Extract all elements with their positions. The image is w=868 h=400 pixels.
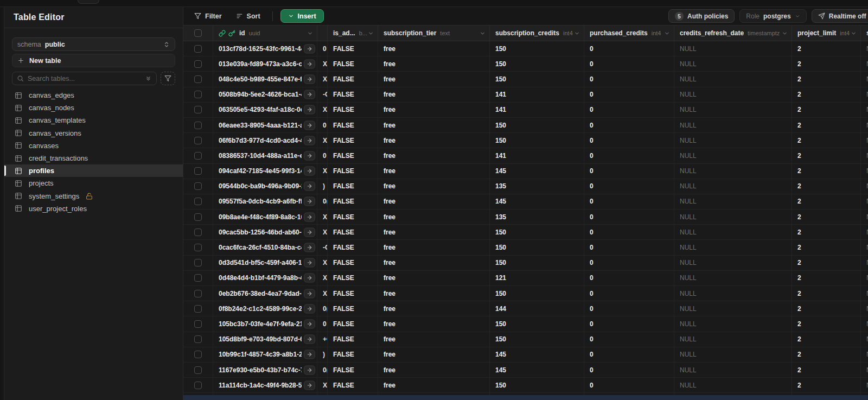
subscription-tier-cell[interactable]: free bbox=[378, 133, 490, 148]
row-checkbox[interactable] bbox=[194, 274, 202, 282]
overflow-cell[interactable]: NU bbox=[861, 103, 868, 117]
subscription-tier-cell[interactable]: free bbox=[378, 332, 490, 347]
credits-refresh-date-cell[interactable]: NULL bbox=[674, 256, 792, 270]
sidebar-table-item[interactable]: projects bbox=[4, 177, 183, 189]
column-menu-icon[interactable] bbox=[307, 30, 313, 36]
sidebar-table-item[interactable]: canvases bbox=[4, 139, 183, 152]
clipped-cell[interactable]: X bbox=[317, 56, 328, 71]
overflow-cell[interactable]: NU bbox=[861, 209, 868, 224]
project-limit-cell[interactable]: 2 bbox=[792, 148, 861, 163]
row-checkbox[interactable] bbox=[194, 91, 202, 98]
id-cell[interactable]: 09544b0c-ba9b-496a-9b09-244... bbox=[213, 179, 317, 194]
subscription-tier-cell[interactable]: free bbox=[378, 41, 490, 56]
purchased-credits-cell[interactable]: 0 bbox=[584, 179, 674, 194]
id-cell[interactable]: 013cf78d-1625-43fc-9961-442189... bbox=[213, 41, 317, 56]
sidebar-table-item[interactable]: canvas_templates bbox=[4, 114, 183, 126]
credits-refresh-date-cell[interactable]: NULL bbox=[674, 148, 792, 163]
overflow-cell[interactable]: NU bbox=[861, 164, 868, 179]
credits-refresh-date-cell[interactable]: NULL bbox=[674, 363, 792, 377]
is-admin-cell[interactable]: FALSE bbox=[328, 332, 378, 347]
project-limit-cell[interactable]: 2 bbox=[792, 286, 861, 301]
row-checkbox[interactable] bbox=[194, 244, 202, 251]
purchased-credits-cell[interactable]: 0 bbox=[584, 347, 674, 362]
is-admin-cell[interactable]: FALSE bbox=[328, 164, 378, 179]
clipped-cell[interactable]: X bbox=[317, 286, 328, 301]
row-checkbox[interactable] bbox=[194, 45, 202, 53]
id-cell[interactable]: 10b99c1f-4857-4c39-a8b1-263b8... bbox=[213, 347, 317, 362]
id-cell[interactable]: 048c4e50-b989-455e-847e-fb2f... bbox=[213, 72, 317, 86]
id-cell[interactable]: 09557f5a-0dcb-4cb9-a6fb-fff366... bbox=[213, 194, 317, 209]
collapse-all-icon[interactable] bbox=[145, 75, 152, 82]
credits-refresh-date-cell[interactable]: NULL bbox=[674, 133, 792, 148]
project-limit-cell[interactable]: 2 bbox=[792, 225, 861, 239]
subscription-tier-cell[interactable]: free bbox=[378, 240, 490, 255]
row-checkbox[interactable] bbox=[194, 152, 202, 160]
clipped-cell[interactable]: 0 bbox=[317, 41, 328, 56]
sidebar-table-item[interactable]: canvas_edges bbox=[4, 89, 183, 101]
expand-row-button[interactable] bbox=[304, 274, 315, 283]
purchased-credits-cell[interactable]: 0 bbox=[584, 56, 674, 71]
purchased-credits-cell[interactable]: 0 bbox=[584, 194, 674, 209]
overflow-cell[interactable]: NU bbox=[861, 316, 868, 331]
auth-policies-button[interactable]: 5 Auth policies bbox=[668, 9, 735, 23]
clipped-cell[interactable]: 0 bbox=[317, 316, 328, 331]
id-cell[interactable]: 0508b94b-5ee2-4626-bca1-4bca... bbox=[213, 87, 317, 102]
column-header-overflow[interactable]: su bbox=[861, 26, 868, 41]
column-header-is-admin[interactable]: is_ad... b... bbox=[328, 26, 378, 41]
expand-row-button[interactable] bbox=[304, 120, 315, 130]
role-selector-button[interactable]: Role postgres bbox=[739, 9, 806, 23]
is-admin-cell[interactable]: FALSE bbox=[328, 256, 378, 270]
purchased-credits-cell[interactable]: 0 bbox=[584, 286, 674, 301]
is-admin-cell[interactable]: FALSE bbox=[328, 194, 378, 209]
project-limit-cell[interactable]: 2 bbox=[792, 179, 861, 194]
subscription-credits-cell[interactable]: 135 bbox=[490, 179, 584, 194]
id-cell[interactable]: 0cac6fca-26cf-4510-84ba-c4580... bbox=[213, 240, 317, 255]
row-checkbox[interactable] bbox=[194, 75, 202, 83]
id-cell[interactable]: 06f6b7d3-977d-4cd0-acd4-4a78... bbox=[213, 133, 317, 148]
subscription-credits-cell[interactable]: 145 bbox=[490, 347, 584, 362]
expand-row-button[interactable] bbox=[304, 44, 315, 53]
row-checkbox[interactable] bbox=[194, 305, 202, 313]
purchased-credits-cell[interactable]: 0 bbox=[584, 148, 674, 163]
purchased-credits-cell[interactable]: 0 bbox=[584, 332, 674, 347]
credits-refresh-date-cell[interactable]: NULL bbox=[674, 225, 792, 239]
expand-row-button[interactable] bbox=[304, 365, 315, 374]
subscription-credits-cell[interactable]: 144 bbox=[490, 301, 584, 316]
clipped-cell[interactable]: 0 bbox=[317, 148, 328, 163]
sidebar-table-item[interactable]: user_project_roles bbox=[4, 202, 183, 215]
subscription-tier-cell[interactable]: free bbox=[378, 87, 490, 102]
subscription-credits-cell[interactable]: 135 bbox=[490, 209, 584, 224]
expand-row-button[interactable] bbox=[304, 227, 315, 237]
subscription-tier-cell[interactable]: free bbox=[378, 316, 490, 331]
subscription-credits-cell[interactable]: 145 bbox=[490, 164, 584, 179]
is-admin-cell[interactable]: FALSE bbox=[328, 179, 378, 194]
project-limit-cell[interactable]: 2 bbox=[792, 332, 861, 347]
is-admin-cell[interactable]: FALSE bbox=[328, 118, 378, 132]
credits-refresh-date-cell[interactable]: NULL bbox=[674, 316, 792, 331]
expand-row-button[interactable] bbox=[304, 289, 315, 298]
column-header-clipped[interactable] bbox=[317, 26, 328, 41]
purchased-credits-cell[interactable]: 0 bbox=[584, 316, 674, 331]
is-admin-cell[interactable]: FALSE bbox=[328, 301, 378, 316]
expand-row-button[interactable] bbox=[304, 258, 315, 268]
credits-refresh-date-cell[interactable]: NULL bbox=[674, 332, 792, 347]
project-limit-cell[interactable]: 2 bbox=[792, 103, 861, 117]
subscription-credits-cell[interactable]: 141 bbox=[490, 87, 584, 102]
clipped-cell[interactable]: X bbox=[317, 271, 328, 285]
credits-refresh-date-cell[interactable]: NULL bbox=[674, 72, 792, 86]
schema-select[interactable]: schema public bbox=[12, 37, 175, 51]
overflow-cell[interactable]: NU bbox=[861, 301, 868, 316]
clipped-cell[interactable]: -C bbox=[317, 87, 328, 102]
credits-refresh-date-cell[interactable]: NULL bbox=[674, 347, 792, 362]
is-admin-cell[interactable]: FALSE bbox=[328, 271, 378, 285]
expand-row-button[interactable] bbox=[304, 90, 315, 99]
project-limit-cell[interactable]: 2 bbox=[792, 72, 861, 86]
purchased-credits-cell[interactable]: 0 bbox=[584, 164, 674, 179]
subscription-tier-cell[interactable]: free bbox=[378, 378, 490, 392]
overflow-cell[interactable]: NU bbox=[861, 179, 868, 194]
id-cell[interactable]: 0eb2b676-38ed-4ea7-9dad-38e6... bbox=[213, 286, 317, 301]
clipped-cell[interactable]: +C bbox=[317, 332, 328, 347]
sidebar-table-item[interactable]: credit_transactions bbox=[4, 152, 183, 164]
subscription-tier-cell[interactable]: free bbox=[378, 363, 490, 377]
project-limit-cell[interactable]: 2 bbox=[792, 271, 861, 285]
